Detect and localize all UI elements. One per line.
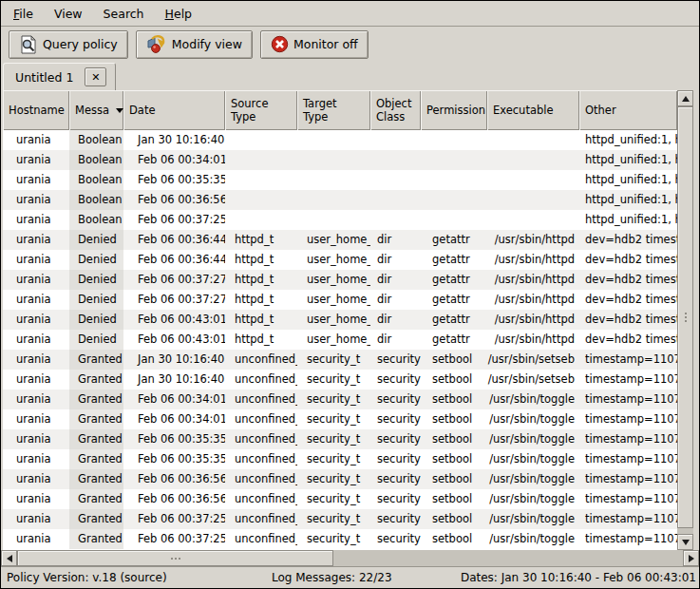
table-cell: user_home_	[297, 270, 370, 290]
table-cell: dev=hdb2 timesta	[579, 230, 677, 250]
column-header-source-type[interactable]: Source Type	[225, 90, 297, 130]
table-cell: dir	[370, 310, 421, 330]
table-row[interactable]: uraniaGrantedFeb 06 00:35:35unconfined_s…	[3, 449, 677, 469]
table-cell: setbool	[421, 429, 487, 449]
table-cell: setbool	[421, 469, 487, 489]
table-cell: urania	[3, 250, 69, 270]
table-cell: Denied	[69, 310, 123, 330]
table-row[interactable]: uraniaDeniedFeb 06 00:43:01httpd_tuser_h…	[3, 310, 677, 330]
column-header-messa[interactable]: Messa	[69, 90, 123, 130]
column-header-object-class[interactable]: Object Class	[370, 90, 421, 130]
table-cell: setbool	[421, 449, 487, 469]
table-cell: security	[370, 429, 421, 449]
table-cell: urania	[3, 529, 69, 549]
table-row[interactable]: uraniaDeniedFeb 06 00:43:01httpd_tuser_h…	[3, 330, 677, 350]
table-cell: httpd_t	[225, 270, 297, 290]
column-header-label: Date	[129, 104, 156, 117]
status-bar: Policy Version: v.18 (source) Log Messag…	[1, 566, 699, 588]
table-cell: setbool	[421, 529, 487, 549]
scroll-up-button[interactable]	[677, 90, 693, 106]
table-row[interactable]: uraniaDeniedFeb 06 00:36:44httpd_tuser_h…	[3, 250, 677, 270]
table-row[interactable]: uraniaDeniedFeb 06 00:36:44httpd_tuser_h…	[3, 230, 677, 250]
query-policy-icon	[19, 35, 38, 54]
column-header-permission[interactable]: Permission	[421, 90, 487, 130]
table-cell: user_home_	[297, 310, 370, 330]
table-cell	[370, 170, 421, 190]
scroll-right-button[interactable]	[683, 550, 699, 566]
scroll-left-button[interactable]	[1, 550, 17, 566]
query-policy-button[interactable]: Query policy	[9, 30, 128, 59]
table-row[interactable]: uraniaGrantedFeb 06 00:37:25unconfined_s…	[3, 509, 677, 529]
table-row[interactable]: uraniaBooleanFeb 06 00:34:01httpd_unifie…	[3, 150, 677, 170]
arrow-up-icon	[682, 96, 690, 102]
menu-view[interactable]: View	[44, 4, 93, 24]
table-row[interactable]: uraniaGrantedJan 30 10:16:40unconfined_s…	[3, 350, 677, 370]
table-row[interactable]: uraniaGrantedFeb 06 00:37:25unconfined_s…	[3, 529, 677, 549]
horizontal-scrollbar-thumb[interactable]	[17, 550, 333, 566]
menu-search[interactable]: Search	[93, 4, 155, 24]
horizontal-scrollbar[interactable]	[1, 550, 699, 566]
menu-file[interactable]: File	[3, 4, 44, 24]
table-cell: Feb 06 00:37:27	[123, 290, 225, 310]
table-cell: httpd_unified:1, h	[579, 190, 677, 210]
table-cell: getattr	[421, 290, 487, 310]
table-cell	[421, 150, 487, 170]
table-cell: Boolean	[69, 210, 123, 230]
table-row[interactable]: uraniaBooleanJan 30 10:16:40httpd_unifie…	[3, 130, 677, 150]
table-cell	[297, 150, 370, 170]
scroll-down-button[interactable]	[677, 534, 693, 550]
table-cell: security_t	[297, 469, 370, 489]
table-cell: Granted	[69, 449, 123, 469]
table-cell	[370, 190, 421, 210]
table-cell	[370, 130, 421, 150]
table-cell: urania	[3, 390, 69, 409]
table-cell: getattr	[421, 310, 487, 330]
column-header-executable[interactable]: Executable	[487, 90, 579, 130]
table-cell: dir	[370, 230, 421, 250]
tab-untitled-1[interactable]: Untitled 1 ✕	[3, 63, 116, 90]
table-cell: security_t	[297, 529, 370, 549]
table-cell: urania	[3, 509, 69, 529]
monitor-off-button[interactable]: Monitor off	[260, 30, 369, 59]
table-row[interactable]: uraniaDeniedFeb 06 00:37:27httpd_tuser_h…	[3, 290, 677, 310]
table-row[interactable]: uraniaBooleanFeb 06 00:37:25httpd_unifie…	[3, 210, 677, 230]
table-row[interactable]: uraniaBooleanFeb 06 00:36:56httpd_unifie…	[3, 190, 677, 210]
table-cell: urania	[3, 330, 69, 350]
column-header-label: Target Type	[303, 97, 337, 124]
vertical-scrollbar-thumb[interactable]	[677, 106, 693, 528]
table-row[interactable]: uraniaGrantedFeb 06 00:36:56unconfined_s…	[3, 489, 677, 509]
table-cell: Feb 06 00:37:25	[123, 210, 225, 230]
table-cell: setbool	[421, 370, 487, 390]
column-header-other[interactable]: Other	[579, 90, 677, 130]
table-cell: urania	[3, 150, 69, 170]
modify-view-button[interactable]: Modify view	[136, 30, 253, 59]
table-cell: getattr	[421, 270, 487, 290]
vertical-scrollbar[interactable]	[677, 90, 693, 550]
column-header-target-type[interactable]: Target Type	[297, 90, 370, 130]
horizontal-scrollbar-trough[interactable]	[333, 550, 683, 566]
table-cell: Feb 06 00:36:44	[123, 230, 225, 250]
table-cell: Jan 30 10:16:40	[123, 370, 225, 390]
table-cell: /usr/sbin/toggle	[487, 449, 579, 469]
table-cell: Granted	[69, 509, 123, 529]
table-row[interactable]: uraniaBooleanFeb 06 00:35:35httpd_unifie…	[3, 170, 677, 190]
table-cell: security_t	[297, 509, 370, 529]
table-cell: /usr/sbin/httpd	[487, 330, 579, 350]
column-header-label: Other	[585, 104, 616, 117]
menu-help[interactable]: Help	[155, 4, 203, 24]
table-row[interactable]: uraniaDeniedFeb 06 00:37:27httpd_tuser_h…	[3, 270, 677, 290]
table-cell: timestamp=11076	[579, 509, 677, 529]
tab-close-button[interactable]: ✕	[85, 67, 106, 86]
table-row[interactable]: uraniaGrantedJan 30 10:16:40unconfined_s…	[3, 370, 677, 390]
column-header-date[interactable]: Date	[123, 90, 225, 130]
table-row[interactable]: uraniaGrantedFeb 06 00:34:01unconfined_s…	[3, 409, 677, 429]
table-cell: security_t	[297, 409, 370, 429]
table-row[interactable]: uraniaGrantedFeb 06 00:34:01unconfined_s…	[3, 390, 677, 409]
table-cell: Feb 06 00:34:01	[123, 150, 225, 170]
column-header-hostname[interactable]: Hostname	[3, 90, 69, 130]
table-cell: user_home_	[297, 230, 370, 250]
table-cell	[370, 150, 421, 170]
table-row[interactable]: uraniaGrantedFeb 06 00:35:35unconfined_s…	[3, 429, 677, 449]
table-cell: Denied	[69, 270, 123, 290]
table-row[interactable]: uraniaGrantedFeb 06 00:36:56unconfined_s…	[3, 469, 677, 489]
